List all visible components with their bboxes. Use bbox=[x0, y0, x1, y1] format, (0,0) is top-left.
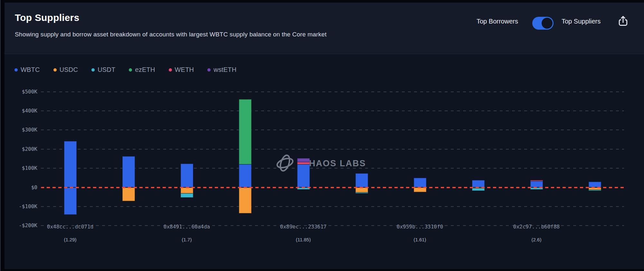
legend-item-ezeth[interactable]: ezETH bbox=[129, 66, 155, 73]
legend-item-usdc[interactable]: USDC bbox=[53, 66, 78, 73]
gridline bbox=[41, 130, 624, 130]
bar-segment-borrow-wbtc[interactable] bbox=[64, 188, 77, 215]
gridline bbox=[41, 111, 624, 111]
legend-label: WBTC bbox=[21, 66, 40, 73]
legend-dot-icon bbox=[14, 68, 18, 72]
legend-dot-icon bbox=[169, 68, 172, 72]
legend-item-weth[interactable]: WETH bbox=[169, 66, 194, 73]
bar-segment-supply-ezeth[interactable] bbox=[239, 99, 251, 164]
bar-segment-borrow-usdc[interactable] bbox=[239, 188, 251, 214]
bar-segment-borrow-usdt[interactable] bbox=[355, 192, 368, 193]
legend-item-wbtc[interactable]: WBTC bbox=[14, 66, 40, 73]
bar-segment-supply-wbtc[interactable] bbox=[297, 164, 310, 187]
bar-segment-supply-wbtc[interactable] bbox=[181, 164, 193, 188]
legend-dot-icon bbox=[91, 68, 95, 72]
x-axis-address-label: 0x89ec...233617 bbox=[258, 224, 348, 230]
x-axis-value-label: (2.6) bbox=[491, 237, 582, 242]
y-tick-label: -$100K bbox=[7, 203, 37, 209]
bar-segment-borrow-usdt[interactable] bbox=[589, 190, 601, 191]
bar-segment-borrow-usdc[interactable] bbox=[181, 188, 193, 193]
bar-segment-borrow-usdt[interactable] bbox=[181, 193, 193, 198]
x-axis-address-label: 0x48cc...dc071d bbox=[25, 224, 115, 230]
legend-item-usdt[interactable]: USDT bbox=[91, 66, 115, 73]
bar-segment-borrow-usdt[interactable] bbox=[472, 188, 485, 191]
y-tick-label: $200K bbox=[7, 146, 37, 152]
bar-segment-borrow-usdc[interactable] bbox=[355, 188, 368, 192]
bar-segment-supply-wbtc[interactable] bbox=[530, 181, 543, 188]
zero-line bbox=[41, 187, 624, 188]
app-window: Top Suppliers Showing supply and borrow … bbox=[0, 0, 644, 271]
y-tick-label: $400K bbox=[7, 108, 37, 114]
analytics-panel: Top Suppliers Showing supply and borrow … bbox=[5, 3, 644, 269]
chart-plot: WBTCUSDCUSDTezETHWETHwstETH CHAOS LABS $… bbox=[5, 3, 644, 269]
bar-segment-borrow-usdc[interactable] bbox=[414, 188, 426, 192]
bar-segment-supply-weth[interactable] bbox=[297, 162, 310, 164]
watermark-text: CHAOS LABS bbox=[302, 159, 366, 169]
legend-dot-icon bbox=[129, 68, 132, 72]
left-edge-strip bbox=[0, 0, 1, 271]
y-tick-label: $500K bbox=[7, 89, 37, 95]
bar-segment-supply-wbtc[interactable] bbox=[589, 182, 601, 188]
bar-segment-borrow-usdc[interactable] bbox=[122, 188, 135, 201]
legend-label: USDT bbox=[98, 66, 115, 73]
x-axis-address-label: 0x959b...3310f0 bbox=[375, 224, 465, 230]
legend-label: wstETH bbox=[213, 66, 236, 73]
x-axis-address-label: 0x8491...60a4da bbox=[142, 224, 232, 230]
y-tick-label: $300K bbox=[7, 127, 37, 133]
bar-segment-supply-wbtc[interactable] bbox=[472, 180, 485, 188]
legend-dot-icon bbox=[53, 68, 57, 72]
legend-label: USDC bbox=[60, 66, 78, 73]
x-axis-value-label: (1.61) bbox=[375, 237, 465, 242]
y-tick-label: $100K bbox=[7, 165, 37, 171]
legend-label: ezETH bbox=[135, 66, 155, 73]
bar-segment-supply-wbtc[interactable] bbox=[414, 178, 426, 188]
bar-segment-supply-wsteth[interactable] bbox=[297, 158, 310, 162]
bar-segment-supply-wbtc[interactable] bbox=[64, 141, 77, 188]
x-axis-address-label: 0x2c97...b60f88 bbox=[491, 224, 582, 230]
x-axis-value-label: (1.29) bbox=[25, 237, 115, 242]
chaos-labs-logo-icon bbox=[276, 154, 294, 172]
bar-segment-supply-weth[interactable] bbox=[530, 180, 543, 181]
bar-segment-supply-wbtc[interactable] bbox=[355, 173, 368, 187]
bar-segment-supply-wbtc[interactable] bbox=[239, 164, 251, 187]
x-axis-value-label: (1.7) bbox=[142, 237, 232, 242]
gridline bbox=[41, 206, 624, 207]
legend-dot-icon bbox=[207, 68, 211, 72]
legend-item-wsteth[interactable]: wstETH bbox=[207, 66, 236, 73]
gridline bbox=[41, 149, 624, 150]
gridline bbox=[41, 92, 624, 92]
bar-segment-supply-wbtc[interactable] bbox=[122, 156, 135, 188]
legend-label: WETH bbox=[175, 66, 194, 73]
legend: WBTCUSDCUSDTezETHWETHwstETH bbox=[14, 66, 236, 73]
y-tick-label: $0 bbox=[7, 184, 37, 190]
x-axis-value-label: (11.85) bbox=[258, 237, 348, 242]
